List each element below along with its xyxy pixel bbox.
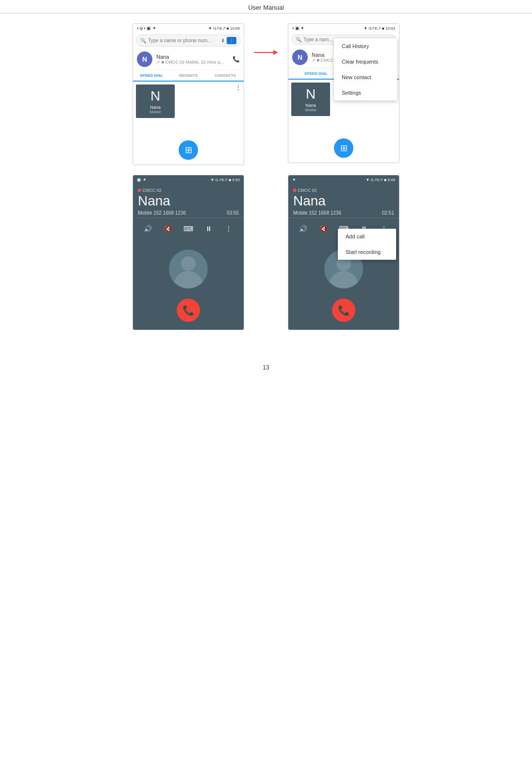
search-input-1[interactable]: [148, 38, 219, 43]
search-bar-1[interactable]: 🔍 ⬇ ⋮: [136, 34, 241, 47]
speed-dial-sub-1: Mobile: [138, 110, 173, 114]
phone-screen-4: ✦ ▼ G↗E↗ ■ 9:49 CMCC 02 Nana Mobile 152 …: [288, 175, 399, 330]
call-detail-1: ↗ ■ CMCC 02 Mobile, 22 mins a...: [156, 60, 233, 65]
avatar-head-3: [181, 256, 196, 271]
tab-recents-1[interactable]: RECENTS: [170, 70, 207, 81]
dropdown-call-history[interactable]: Call History: [334, 38, 397, 54]
status-bar-4: ✦ ▼ G↗E↗ ■ 9:49: [288, 175, 399, 184]
menu-button-1[interactable]: ⋮: [227, 37, 236, 44]
call-actions-3: 🔊 🔇 ⌨ ⏸ ⋮: [133, 218, 244, 239]
phone-number-4: Mobile 152 1668 1236: [293, 210, 341, 216]
bottom-screenshots-row: ▣ ✦ ▼ G↗E↗ ■ 9:50 CMCC 02 Nana Mobile 15…: [39, 175, 493, 330]
dropdown-settings[interactable]: Settings: [334, 85, 397, 101]
arrow-icon: [254, 45, 278, 60]
more-btn-3[interactable]: ⋮: [222, 222, 235, 236]
voice-icon-1: ⬇: [221, 38, 225, 43]
phone-screen-1: ▪ ψ ▪ ▣ ✦ ▼ G↗E↗ ■ 10:09 🔍 ⬇ ⋮ N: [133, 23, 244, 165]
dropdown-menu-top: Call History Clear frequents New contact…: [334, 38, 397, 101]
top-screenshots-row: ▪ ψ ▪ ▣ ✦ ▼ G↗E↗ ■ 10:09 🔍 ⬇ ⋮ N: [39, 23, 493, 165]
speaker-btn-3[interactable]: 🔊: [141, 222, 155, 236]
status-bar-left-3: ▣ ✦: [137, 177, 147, 182]
dots-button-1[interactable]: ⋮: [235, 84, 242, 91]
mute-btn-3[interactable]: 🔇: [161, 222, 175, 236]
page-footer: 13: [0, 359, 532, 376]
screen-top-left: ▪ ψ ▪ ▣ ✦ ▼ G↗E↗ ■ 10:09 🔍 ⬇ ⋮ N: [133, 23, 244, 165]
status-icons-3: ▣ ✦: [137, 177, 147, 182]
status-time-2: ▼ G↗E↗ ■ 10:03: [364, 26, 395, 31]
tab-contacts-1[interactable]: CONTACTS: [207, 70, 244, 81]
speed-dial-letter-2: N: [293, 86, 328, 102]
status-bar-1: ▪ ψ ▪ ▣ ✦ ▼ G↗E↗ ■ 10:09: [133, 24, 244, 33]
number-line-3: Mobile 152 1668 1236 03:55: [138, 210, 239, 216]
speed-dial-letter-1: N: [138, 88, 173, 104]
status-bar-3: ▣ ✦ ▼ G↗E↗ ■ 9:50: [133, 175, 244, 184]
status-icons-4: ✦: [292, 177, 296, 182]
avatar-letter-1: N: [142, 55, 147, 63]
status-time-1: ▼ G↗E↗ ■ 10:09: [208, 26, 240, 31]
status-time-3: ▼ G↗E↗ ■ 9:50: [210, 178, 240, 182]
dropdown-clear-frequents[interactable]: Clear frequents: [334, 54, 397, 69]
contact-name-4: Nana: [293, 193, 394, 209]
arrow-between-screens: [254, 23, 278, 165]
status-icons-2: ▪ ▣ ✦: [292, 26, 304, 31]
dialpad-fab-1[interactable]: ⊞: [179, 140, 198, 160]
carrier-dot-4: [293, 189, 296, 192]
status-bar-right-3: ▼ G↗E↗ ■ 9:50: [210, 178, 240, 182]
avatar-1: N: [137, 51, 152, 67]
mute-btn-4[interactable]: 🔇: [316, 222, 330, 236]
number-line-4: Mobile 152 1668 1236 02:51: [293, 210, 394, 216]
dialpad-fab-2[interactable]: ⊞: [334, 138, 353, 158]
call-carrier-3: CMCC 02: [138, 188, 239, 193]
carrier-name-4: CMCC 02: [298, 188, 317, 193]
start-recording-item[interactable]: Start recording: [338, 244, 396, 260]
status-bar-right-4: ▼ G↗E↗ ■ 9:49: [366, 178, 395, 182]
speed-dial-area-1: N Nana Mobile ⋮: [133, 82, 244, 121]
end-call-btn-3[interactable]: 📞: [177, 299, 200, 322]
hold-btn-3[interactable]: ⏸: [202, 222, 216, 236]
status-bar-2: ▪ ▣ ✦ ▼ G↗E↗ ■ 10:03: [288, 24, 399, 33]
dropdown-new-contact[interactable]: New contact: [334, 69, 397, 85]
call-header-4: CMCC 02 Nana Mobile 152 1668 1236 02:51: [288, 184, 399, 218]
keypad-btn-3[interactable]: ⌨: [182, 222, 195, 236]
contact-name-3: Nana: [138, 193, 239, 209]
avatar-body-3: [174, 271, 203, 288]
phone-number-3: Mobile 152 1668 1236: [138, 210, 186, 216]
call-carrier-4: CMCC 02: [293, 188, 394, 193]
call-name-1: Nana: [156, 54, 233, 60]
speed-dial-sub-2: Mobile: [293, 108, 328, 112]
carrier-dot-3: [138, 189, 141, 192]
status-bar-left-4: ✦: [292, 177, 296, 182]
search-icon-1: 🔍: [140, 38, 146, 43]
avatar-letter-2: N: [298, 53, 302, 61]
status-time-4: ▼ G↗E↗ ■ 9:49: [366, 178, 395, 182]
call-phone-icon-1: 📞: [233, 56, 240, 63]
person-avatar-3: [169, 250, 208, 288]
phone-screen-3: ▣ ✦ ▼ G↗E↗ ■ 9:50 CMCC 02 Nana Mobile 15…: [133, 175, 244, 330]
end-call-btn-4[interactable]: 📞: [332, 299, 355, 322]
call-header-3: CMCC 02 Nana Mobile 152 1668 1236 03:55: [133, 184, 244, 218]
fab-area-2: ⊞: [288, 119, 399, 163]
status-bar-left-1: ▪ ψ ▪ ▣ ✦: [137, 26, 156, 31]
page-header: User Manual: [0, 0, 532, 14]
call-timer-3: 03:55: [227, 210, 239, 216]
spacer-bottom: [254, 175, 278, 330]
add-call-item[interactable]: Add call: [338, 229, 396, 244]
call-info-1: Nana ↗ ■ CMCC 02 Mobile, 22 mins a...: [156, 54, 233, 65]
speed-dial-name-1: Nana: [138, 105, 173, 110]
speaker-btn-4[interactable]: 🔊: [297, 222, 310, 236]
screen-bottom-right: ✦ ▼ G↗E↗ ■ 9:49 CMCC 02 Nana Mobile 152 …: [288, 175, 399, 330]
avatar-2: N: [292, 50, 308, 65]
speed-dial-contact-1[interactable]: N Nana Mobile: [136, 84, 175, 118]
tab-speed-dial-1[interactable]: SPEED DIAL: [133, 70, 170, 81]
header-text: User Manual: [248, 4, 284, 11]
carrier-name-3: CMCC 02: [142, 188, 162, 193]
call-timer-4: 02:51: [382, 210, 394, 216]
recent-call-item-1[interactable]: N Nana ↗ ■ CMCC 02 Mobile, 22 mins a... …: [133, 49, 244, 70]
speed-dial-name-2: Nana: [293, 103, 328, 108]
phone-screen-2: ▪ ▣ ✦ ▼ G↗E↗ ■ 10:03 🔍 N: [288, 23, 399, 163]
svg-marker-1: [273, 50, 278, 55]
call-avatar-area-3: [133, 239, 244, 299]
screen-bottom-left: ▣ ✦ ▼ G↗E↗ ■ 9:50 CMCC 02 Nana Mobile 15…: [133, 175, 244, 330]
status-bar-left-2: ▪ ▣ ✦: [292, 26, 304, 31]
speed-dial-contact-2[interactable]: N Nana Mobile: [291, 83, 330, 116]
